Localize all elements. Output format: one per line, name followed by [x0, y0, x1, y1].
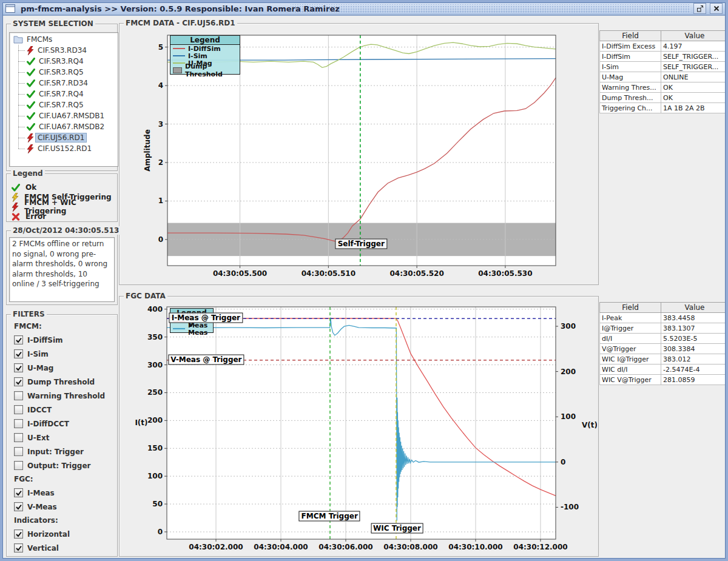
- checkbox[interactable]: [14, 447, 23, 456]
- tree-item-label: CIF.SR7.RD34: [37, 79, 90, 87]
- restore-button[interactable]: [693, 3, 706, 14]
- table-row[interactable]: Warning Thres...OK: [600, 82, 728, 93]
- table-row[interactable]: Dump Thresh...OK: [600, 93, 728, 103]
- fmcm-chart[interactable]: 04:30:05.50004:30:05.51004:30:05.52004:3…: [120, 24, 598, 284]
- checkbox[interactable]: [14, 461, 23, 470]
- window-titlebar[interactable]: pm-fmcm-analysis >> Version: 0.5.9 Respo…: [2, 2, 726, 16]
- table-header: Value: [661, 303, 728, 313]
- table-header: Field: [600, 31, 661, 41]
- tree-item[interactable]: CIF.SR7.RQ5: [13, 99, 118, 110]
- svg-text:4: 4: [158, 81, 163, 90]
- table-cell: Warning Thres...: [600, 82, 661, 93]
- system-tree[interactable]: FMCMsCIF.SR3.RD34CIF.SR3.RQ4CIF.SR3.RQ5C…: [9, 32, 118, 167]
- tree-branch-line: [18, 72, 25, 73]
- checkbox[interactable]: [14, 543, 23, 553]
- table-row[interactable]: I@Trigger383.1307: [600, 323, 728, 334]
- checkbox[interactable]: [14, 335, 23, 344]
- checkbox-label: Warning Threshold: [27, 392, 105, 400]
- checkbox[interactable]: [14, 349, 23, 358]
- checkbox[interactable]: [14, 377, 23, 386]
- tree-item[interactable]: CIF.SR7.RD34: [13, 78, 118, 89]
- fmcm-table: FieldValueI-DiffSim Excess4.197I-DiffSim…: [599, 30, 722, 113]
- svg-text:04:30:10.000: 04:30:10.000: [448, 543, 502, 551]
- table-row[interactable]: WIC V@Trigger281.0859: [600, 375, 728, 385]
- filters-body: FMCM:I-DiffSimI-SimU-MagDump ThresholdWa…: [7, 315, 117, 555]
- table-cell: Dump Thresh...: [600, 93, 661, 103]
- tree-item-label: CIF.SR7.RQ4: [37, 90, 86, 98]
- legend-panel-title: Legend: [11, 169, 45, 178]
- chart-legend-entry: I-DiffSim: [170, 45, 240, 52]
- filter-checkbox-i-sim[interactable]: I-Sim: [14, 347, 117, 361]
- tree-branch-line: [18, 50, 25, 51]
- checkbox[interactable]: [14, 502, 23, 511]
- svg-text:2: 2: [158, 158, 163, 167]
- filter-checkbox-i-diffdcct[interactable]: I-DiffDCCT: [14, 417, 117, 431]
- table-row[interactable]: I-DiffSimSELF_TRIGGER...: [600, 52, 728, 62]
- check-icon: [27, 123, 35, 131]
- table-row[interactable]: I-SimSELF_TRIGGER...: [600, 62, 728, 72]
- tree-item[interactable]: CIF.SR3.RQ5: [13, 67, 118, 78]
- filter-checkbox-warning-threshold[interactable]: Warning Threshold: [14, 389, 117, 403]
- fgc-chart[interactable]: 04:30:02.00004:30:04.00004:30:06.00004:3…: [120, 297, 598, 556]
- restore-icon: [696, 5, 704, 12]
- tree-item[interactable]: CIF.SR3.RQ4: [13, 56, 118, 67]
- checkbox[interactable]: [14, 488, 23, 497]
- chart-annotation: Self-Trigger: [335, 239, 387, 249]
- filter-checkbox-i-diffsim[interactable]: I-DiffSim: [14, 333, 117, 347]
- table-cell: I-DiffSim: [600, 52, 661, 62]
- table-row[interactable]: I-Peak383.4458: [600, 313, 728, 323]
- checkbox[interactable]: [14, 391, 23, 400]
- checkbox-label: V-Meas: [27, 503, 57, 511]
- table-row[interactable]: U-MagONLINE: [600, 72, 728, 82]
- table-row[interactable]: dI/I5.5203E-5: [600, 334, 728, 344]
- tree-item[interactable]: CIF.US152.RD1: [13, 143, 118, 154]
- table-row[interactable]: I-DiffSim Excess4.197: [600, 41, 728, 52]
- tree-root-label: FMCMs: [25, 35, 54, 44]
- table-header: Field: [600, 303, 661, 313]
- checkbox[interactable]: [14, 405, 23, 414]
- filter-checkbox-vertical[interactable]: Vertical: [14, 541, 117, 555]
- close-button[interactable]: [710, 3, 723, 14]
- fgc-data-panel: FGC DATA 04:30:02.00004:30:04.00004:30:0…: [119, 296, 599, 557]
- tree-item[interactable]: CIF.UJ56.RD1: [13, 132, 118, 143]
- filter-checkbox-i-meas[interactable]: I-Meas: [14, 486, 117, 500]
- checkbox[interactable]: [14, 363, 23, 372]
- table-cell: -2.5474E-4: [661, 364, 728, 375]
- svg-text:100: 100: [147, 472, 163, 480]
- filter-checkbox-horizontal[interactable]: Horizontal: [14, 527, 117, 541]
- tree-root[interactable]: FMCMs: [13, 34, 118, 45]
- table-cell: V@Trigger: [600, 344, 661, 354]
- checkbox-label: Dump Threshold: [27, 378, 95, 386]
- tree-item[interactable]: CIF.SR7.RQ4: [13, 89, 118, 99]
- legend-sample-line: [173, 55, 185, 56]
- legend-sample-line: [173, 48, 185, 49]
- filter-checkbox-input-trigger[interactable]: Input: Trigger: [14, 445, 117, 459]
- table-row[interactable]: Triggering Ch...1A 1B 2A 2B: [600, 103, 728, 113]
- tree-item[interactable]: CIF.UA67.RMSDB2: [13, 121, 118, 132]
- filter-checkbox-u-mag[interactable]: U-Mag: [14, 361, 117, 375]
- filter-checkbox-idcct[interactable]: IDCCT: [14, 403, 117, 417]
- tree-branch-line: [18, 116, 25, 116]
- svg-text:04:30:05.520: 04:30:05.520: [389, 269, 443, 278]
- legend-item: Ok: [12, 183, 117, 192]
- filter-checkbox-v-meas[interactable]: V-Meas: [14, 500, 117, 514]
- table-row[interactable]: V@Trigger308.3384: [600, 344, 728, 354]
- tree-item[interactable]: CIF.SR3.RD34: [13, 45, 118, 56]
- tree-item[interactable]: CIF.UA67.RMSDB1: [13, 110, 118, 121]
- check-icon: [27, 112, 35, 120]
- table-cell: SELF_TRIGGER...: [661, 62, 728, 72]
- checkbox-label: U-Ext: [27, 434, 49, 442]
- svg-text:04:30:05.500: 04:30:05.500: [213, 269, 267, 278]
- table-row[interactable]: WIC I@Trigger383.012: [600, 354, 728, 364]
- filter-checkbox-u-ext[interactable]: U-Ext: [14, 431, 117, 445]
- table-cell: 383.1307: [661, 323, 728, 334]
- checkbox[interactable]: [14, 529, 23, 539]
- chart-annotation: I-Meas @ Trigger: [169, 312, 243, 323]
- svg-text:04:30:08.000: 04:30:08.000: [383, 543, 437, 551]
- filter-checkbox-dump-threshold[interactable]: Dump Threshold: [14, 375, 117, 389]
- checkbox[interactable]: [14, 433, 23, 442]
- svg-text:V(t): V(t): [582, 421, 597, 429]
- table-row[interactable]: WIC dI/I-2.5474E-4: [600, 364, 728, 375]
- checkbox[interactable]: [14, 419, 23, 428]
- filter-checkbox-output-trigger[interactable]: Output: Trigger: [14, 459, 117, 472]
